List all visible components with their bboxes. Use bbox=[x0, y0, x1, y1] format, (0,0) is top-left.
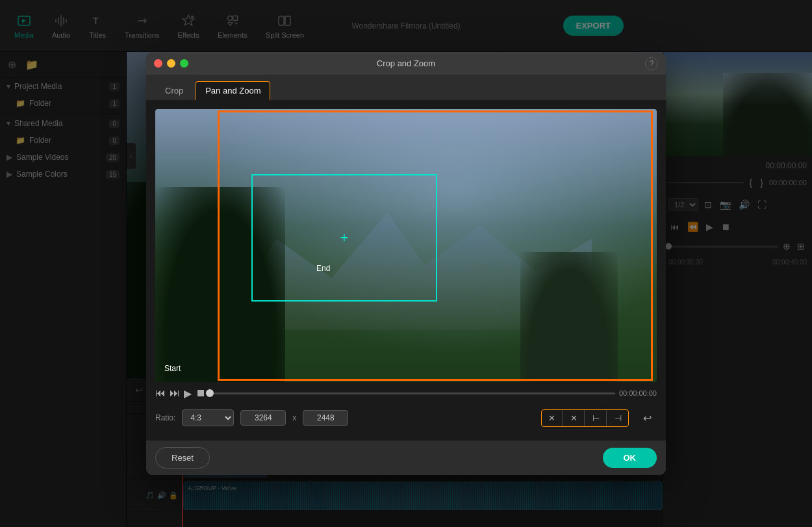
traffic-lights bbox=[154, 59, 188, 68]
dialog-progress-dot bbox=[206, 389, 214, 397]
tab-pan-zoom[interactable]: Pan and Zoom bbox=[196, 81, 270, 100]
start-label: Start bbox=[164, 364, 181, 373]
reset-button[interactable]: Reset bbox=[155, 447, 210, 469]
align-left-button[interactable]: ⊢ bbox=[586, 410, 607, 426]
width-input[interactable]: 3264 bbox=[240, 410, 286, 426]
ratio-row: Ratio: 4:3 16:9 1:1 Custom 3264 x 2448 ✕… bbox=[155, 405, 657, 431]
align-center-v-button[interactable]: ✕ bbox=[564, 410, 585, 426]
tree-left bbox=[155, 187, 285, 382]
ratio-select[interactable]: 4:3 16:9 1:1 Custom bbox=[182, 409, 234, 426]
dialog-playback: ⏮ ⏭ ▶ ⏹ 00:00:00:00 bbox=[155, 382, 657, 405]
dialog-footer: Reset OK bbox=[146, 441, 666, 475]
dialog-tabs: Crop Pan and Zoom bbox=[146, 75, 666, 100]
video-preview: + Start End bbox=[155, 109, 657, 382]
tree-right bbox=[520, 252, 618, 382]
modal-overlay: Crop and Zoom ? Crop Pan and Zoom bbox=[0, 0, 812, 527]
minimize-button[interactable] bbox=[167, 59, 175, 68]
dialog-progress-bar[interactable] bbox=[210, 392, 615, 394]
crop-dialog: Crop and Zoom ? Crop Pan and Zoom bbox=[146, 53, 666, 475]
ok-button[interactable]: OK bbox=[603, 448, 657, 468]
flip-button[interactable]: ↩ bbox=[638, 409, 657, 428]
dialog-time: 00:00:00:00 bbox=[619, 389, 657, 397]
help-button[interactable]: ? bbox=[645, 57, 658, 70]
align-buttons: ✕ ✕ ⊢ ⊣ bbox=[541, 409, 629, 427]
dialog-title: Crop and Zoom bbox=[377, 58, 435, 68]
maximize-button[interactable] bbox=[180, 59, 188, 68]
ratio-label: Ratio: bbox=[155, 413, 175, 422]
height-input[interactable]: 2448 bbox=[303, 410, 348, 426]
tab-crop[interactable]: Crop bbox=[155, 81, 193, 100]
end-label: End bbox=[316, 264, 330, 273]
close-button[interactable] bbox=[154, 59, 162, 68]
dialog-titlebar: Crop and Zoom ? bbox=[146, 53, 666, 75]
align-center-h-button[interactable]: ✕ bbox=[542, 410, 563, 426]
dialog-play-button[interactable]: ▶ bbox=[184, 387, 192, 400]
dialog-prev-button[interactable]: ⏮ bbox=[155, 387, 166, 399]
align-right-button[interactable]: ⊣ bbox=[608, 410, 628, 426]
dialog-stop-button[interactable]: ⏹ bbox=[196, 387, 206, 399]
dialog-content: + Start End ⏮ ⏭ ▶ ⏹ 00:00:00:00 Ra bbox=[146, 100, 666, 441]
dialog-step-button[interactable]: ⏭ bbox=[170, 387, 180, 399]
x-separator: x bbox=[292, 413, 296, 422]
